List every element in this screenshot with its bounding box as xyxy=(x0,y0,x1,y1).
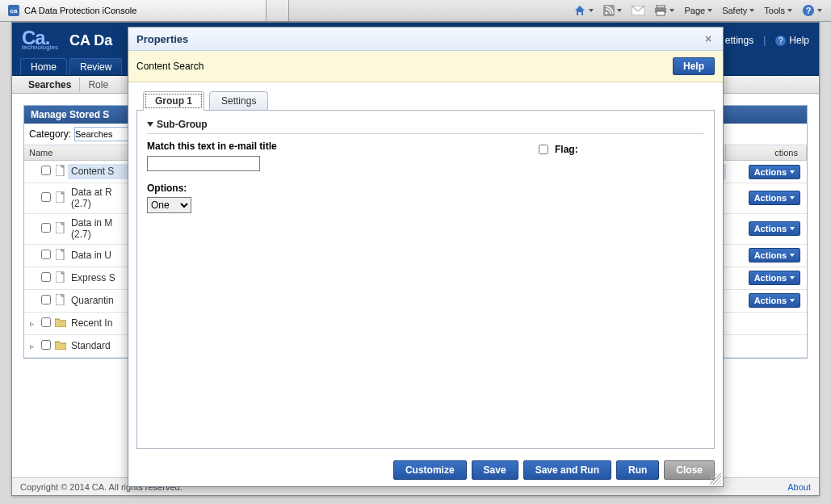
tab-panel: Sub-Group Match this text in e-mail titl… xyxy=(136,110,715,449)
dialog-subtitle: Content Search xyxy=(136,61,204,72)
run-button[interactable]: Run xyxy=(616,460,659,480)
dialog-subheader: Content Search Help xyxy=(128,51,723,82)
dialog-titlebar: Properties × xyxy=(128,27,723,51)
flag-checkbox[interactable] xyxy=(539,145,548,154)
tabstrip: Group 1 Settings xyxy=(136,90,715,110)
dialog-title: Properties xyxy=(136,33,188,45)
resize-grip[interactable] xyxy=(710,473,721,485)
dialog-footer: Customize Save Save and Run Run Close xyxy=(128,454,723,486)
match-input[interactable] xyxy=(147,156,260,171)
subgroup-header[interactable]: Sub-Group xyxy=(147,119,704,134)
flag-label: Flag: xyxy=(555,144,578,155)
close-icon[interactable]: × xyxy=(702,32,715,45)
customize-button[interactable]: Customize xyxy=(393,460,467,480)
dialog-body: Group 1 Settings Sub-Group Match this te… xyxy=(128,82,723,454)
modal-backdrop: Properties × Content Search Help Group 1… xyxy=(0,0,831,504)
options-select[interactable]: One xyxy=(147,197,191,213)
options-label: Options: xyxy=(147,183,409,194)
tab-group1[interactable]: Group 1 xyxy=(143,91,204,111)
chevron-down-icon xyxy=(147,122,153,127)
save-and-run-button[interactable]: Save and Run xyxy=(523,460,611,480)
properties-dialog: Properties × Content Search Help Group 1… xyxy=(128,27,724,487)
tab-settings[interactable]: Settings xyxy=(209,91,268,111)
save-button[interactable]: Save xyxy=(472,460,518,480)
match-label: Match this text in e-mail title xyxy=(147,141,409,152)
help-button[interactable]: Help xyxy=(673,57,715,75)
close-button[interactable]: Close xyxy=(664,460,715,480)
